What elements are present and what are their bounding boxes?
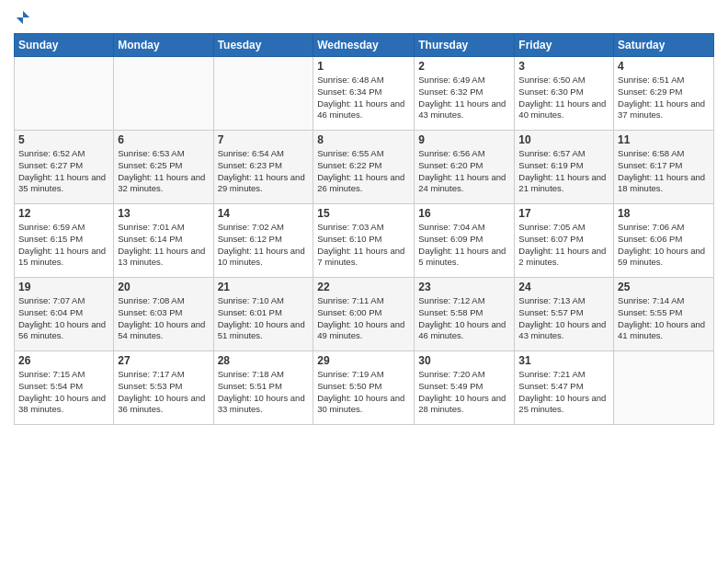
day-number: 10 bbox=[518, 133, 609, 146]
calendar-cell: 29Sunrise: 7:19 AM Sunset: 5:50 PM Dayli… bbox=[313, 351, 415, 425]
day-number: 24 bbox=[518, 281, 609, 293]
day-number: 26 bbox=[18, 354, 109, 367]
day-number: 19 bbox=[18, 281, 109, 293]
calendar-cell: 5Sunrise: 6:52 AM Sunset: 6:27 PM Daylig… bbox=[15, 131, 114, 204]
day-info: Sunrise: 7:21 AM Sunset: 5:47 PM Dayligh… bbox=[518, 369, 609, 416]
day-info: Sunrise: 6:57 AM Sunset: 6:19 PM Dayligh… bbox=[518, 148, 609, 195]
day-number: 29 bbox=[317, 354, 410, 367]
calendar-cell: 9Sunrise: 6:56 AM Sunset: 6:20 PM Daylig… bbox=[415, 131, 515, 204]
day-number: 3 bbox=[518, 60, 609, 73]
day-number: 4 bbox=[618, 60, 710, 73]
day-info: Sunrise: 6:56 AM Sunset: 6:20 PM Dayligh… bbox=[418, 148, 510, 195]
calendar-week-row: 1Sunrise: 6:48 AM Sunset: 6:34 PM Daylig… bbox=[15, 57, 714, 131]
day-number: 13 bbox=[118, 207, 209, 220]
day-info: Sunrise: 7:05 AM Sunset: 6:07 PM Dayligh… bbox=[518, 222, 609, 269]
calendar-cell bbox=[213, 57, 313, 131]
calendar-cell: 16Sunrise: 7:04 AM Sunset: 6:09 PM Dayli… bbox=[415, 204, 515, 278]
calendar-cell bbox=[15, 57, 114, 131]
calendar-cell: 30Sunrise: 7:20 AM Sunset: 5:49 PM Dayli… bbox=[415, 351, 515, 425]
calendar-cell: 13Sunrise: 7:01 AM Sunset: 6:14 PM Dayli… bbox=[114, 204, 213, 278]
day-number: 1 bbox=[317, 60, 410, 73]
weekday-header-cell: Sunday bbox=[15, 34, 114, 57]
day-number: 12 bbox=[18, 207, 109, 220]
calendar-cell: 1Sunrise: 6:48 AM Sunset: 6:34 PM Daylig… bbox=[313, 57, 415, 131]
weekday-header-cell: Tuesday bbox=[213, 34, 313, 57]
calendar-cell: 28Sunrise: 7:18 AM Sunset: 5:51 PM Dayli… bbox=[213, 351, 313, 425]
calendar-cell: 25Sunrise: 7:14 AM Sunset: 5:55 PM Dayli… bbox=[614, 278, 714, 351]
calendar-cell: 6Sunrise: 6:53 AM Sunset: 6:25 PM Daylig… bbox=[114, 131, 213, 204]
calendar-cell: 21Sunrise: 7:10 AM Sunset: 6:01 PM Dayli… bbox=[213, 278, 313, 351]
day-info: Sunrise: 6:58 AM Sunset: 6:17 PM Dayligh… bbox=[618, 148, 710, 195]
calendar-cell: 14Sunrise: 7:02 AM Sunset: 6:12 PM Dayli… bbox=[213, 204, 313, 278]
calendar-cell: 12Sunrise: 6:59 AM Sunset: 6:15 PM Dayli… bbox=[15, 204, 114, 278]
calendar-table: SundayMondayTuesdayWednesdayThursdayFrid… bbox=[14, 33, 714, 425]
day-number: 22 bbox=[317, 281, 410, 293]
day-number: 5 bbox=[18, 133, 109, 146]
day-info: Sunrise: 7:08 AM Sunset: 6:03 PM Dayligh… bbox=[118, 295, 209, 342]
day-info: Sunrise: 6:48 AM Sunset: 6:34 PM Dayligh… bbox=[317, 75, 410, 121]
weekday-header-cell: Monday bbox=[114, 34, 213, 57]
day-info: Sunrise: 7:12 AM Sunset: 5:58 PM Dayligh… bbox=[418, 295, 510, 342]
day-info: Sunrise: 7:02 AM Sunset: 6:12 PM Dayligh… bbox=[218, 222, 310, 269]
calendar-cell: 19Sunrise: 7:07 AM Sunset: 6:04 PM Dayli… bbox=[15, 278, 114, 351]
day-info: Sunrise: 7:06 AM Sunset: 6:06 PM Dayligh… bbox=[618, 222, 710, 269]
calendar-cell: 24Sunrise: 7:13 AM Sunset: 5:57 PM Dayli… bbox=[515, 278, 614, 351]
day-number: 17 bbox=[518, 207, 609, 220]
day-number: 30 bbox=[418, 354, 510, 367]
calendar-cell: 20Sunrise: 7:08 AM Sunset: 6:03 PM Dayli… bbox=[114, 278, 213, 351]
day-number: 21 bbox=[218, 281, 310, 293]
day-info: Sunrise: 7:03 AM Sunset: 6:10 PM Dayligh… bbox=[317, 222, 410, 269]
calendar-cell: 10Sunrise: 6:57 AM Sunset: 6:19 PM Dayli… bbox=[515, 131, 614, 204]
day-info: Sunrise: 7:01 AM Sunset: 6:14 PM Dayligh… bbox=[118, 222, 209, 269]
calendar-week-row: 5Sunrise: 6:52 AM Sunset: 6:27 PM Daylig… bbox=[15, 131, 714, 204]
calendar-cell: 11Sunrise: 6:58 AM Sunset: 6:17 PM Dayli… bbox=[614, 131, 714, 204]
day-number: 27 bbox=[118, 354, 209, 367]
calendar-cell: 31Sunrise: 7:21 AM Sunset: 5:47 PM Dayli… bbox=[515, 351, 614, 425]
logo bbox=[14, 9, 32, 26]
day-info: Sunrise: 6:49 AM Sunset: 6:32 PM Dayligh… bbox=[418, 75, 510, 121]
day-info: Sunrise: 7:20 AM Sunset: 5:49 PM Dayligh… bbox=[418, 369, 510, 416]
logo-text bbox=[14, 9, 32, 26]
day-info: Sunrise: 7:14 AM Sunset: 5:55 PM Dayligh… bbox=[618, 295, 710, 342]
day-info: Sunrise: 6:59 AM Sunset: 6:15 PM Dayligh… bbox=[18, 222, 109, 269]
day-number: 28 bbox=[218, 354, 310, 367]
calendar-cell: 23Sunrise: 7:12 AM Sunset: 5:58 PM Dayli… bbox=[415, 278, 515, 351]
day-info: Sunrise: 7:07 AM Sunset: 6:04 PM Dayligh… bbox=[18, 295, 109, 342]
day-info: Sunrise: 7:13 AM Sunset: 5:57 PM Dayligh… bbox=[518, 295, 609, 342]
calendar-cell: 8Sunrise: 6:55 AM Sunset: 6:22 PM Daylig… bbox=[313, 131, 415, 204]
day-number: 16 bbox=[418, 207, 510, 220]
calendar-cell: 7Sunrise: 6:54 AM Sunset: 6:23 PM Daylig… bbox=[213, 131, 313, 204]
weekday-header-row: SundayMondayTuesdayWednesdayThursdayFrid… bbox=[15, 34, 714, 57]
weekday-header-cell: Thursday bbox=[415, 34, 515, 57]
day-info: Sunrise: 7:18 AM Sunset: 5:51 PM Dayligh… bbox=[218, 369, 310, 416]
calendar-week-row: 12Sunrise: 6:59 AM Sunset: 6:15 PM Dayli… bbox=[15, 204, 714, 278]
day-number: 14 bbox=[218, 207, 310, 220]
calendar-cell bbox=[614, 351, 714, 425]
day-number: 11 bbox=[618, 133, 710, 146]
day-number: 15 bbox=[317, 207, 410, 220]
svg-marker-0 bbox=[17, 11, 29, 24]
calendar-cell bbox=[114, 57, 213, 131]
day-info: Sunrise: 7:11 AM Sunset: 6:00 PM Dayligh… bbox=[317, 295, 410, 342]
day-info: Sunrise: 6:54 AM Sunset: 6:23 PM Dayligh… bbox=[218, 148, 310, 195]
day-info: Sunrise: 7:19 AM Sunset: 5:50 PM Dayligh… bbox=[317, 369, 410, 416]
calendar-cell: 26Sunrise: 7:15 AM Sunset: 5:54 PM Dayli… bbox=[15, 351, 114, 425]
day-number: 2 bbox=[418, 60, 510, 73]
calendar-cell: 27Sunrise: 7:17 AM Sunset: 5:53 PM Dayli… bbox=[114, 351, 213, 425]
day-number: 6 bbox=[118, 133, 209, 146]
calendar-cell: 2Sunrise: 6:49 AM Sunset: 6:32 PM Daylig… bbox=[415, 57, 515, 131]
day-info: Sunrise: 7:15 AM Sunset: 5:54 PM Dayligh… bbox=[18, 369, 109, 416]
calendar-cell: 4Sunrise: 6:51 AM Sunset: 6:29 PM Daylig… bbox=[614, 57, 714, 131]
day-number: 25 bbox=[618, 281, 710, 293]
day-number: 23 bbox=[418, 281, 510, 293]
header bbox=[14, 9, 714, 26]
calendar-cell: 17Sunrise: 7:05 AM Sunset: 6:07 PM Dayli… bbox=[515, 204, 614, 278]
calendar-cell: 3Sunrise: 6:50 AM Sunset: 6:30 PM Daylig… bbox=[515, 57, 614, 131]
weekday-header-cell: Wednesday bbox=[313, 34, 415, 57]
calendar-week-row: 26Sunrise: 7:15 AM Sunset: 5:54 PM Dayli… bbox=[15, 351, 714, 425]
weekday-header-cell: Friday bbox=[515, 34, 614, 57]
calendar-week-row: 19Sunrise: 7:07 AM Sunset: 6:04 PM Dayli… bbox=[15, 278, 714, 351]
calendar-cell: 22Sunrise: 7:11 AM Sunset: 6:00 PM Dayli… bbox=[313, 278, 415, 351]
day-info: Sunrise: 6:51 AM Sunset: 6:29 PM Dayligh… bbox=[618, 75, 710, 121]
day-number: 7 bbox=[218, 133, 310, 146]
